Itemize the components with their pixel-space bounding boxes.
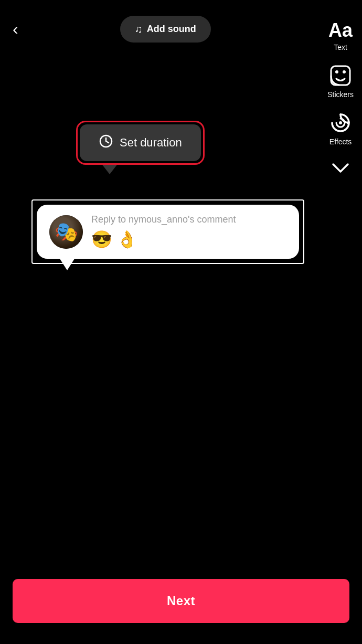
comment-bubble: Reply to nymous_anno's comment 😎 👌 <box>37 205 299 259</box>
text-label: Text <box>334 43 347 51</box>
stickers-label: Stickers <box>327 90 354 99</box>
effects-icon <box>329 111 352 134</box>
add-sound-label: Add sound <box>147 24 196 35</box>
music-icon: ♫ <box>135 23 143 35</box>
effects-tool[interactable]: Effects <box>329 111 352 146</box>
svg-point-3 <box>339 121 342 124</box>
header: ‹ ♫ Add sound <box>0 0 362 58</box>
clock-icon <box>99 134 113 152</box>
effects-label: Effects <box>329 138 352 146</box>
set-duration-label: Set duration <box>120 136 182 150</box>
comment-sticker-wrapper[interactable]: Reply to nymous_anno's comment 😎 👌 <box>31 199 304 264</box>
set-duration-button[interactable]: Set duration <box>80 124 201 161</box>
tooltip-triangle <box>102 165 117 174</box>
next-button[interactable]: Next <box>13 579 349 623</box>
text-tool[interactable]: Aa Text <box>328 21 353 51</box>
more-tools-button[interactable] <box>331 159 350 177</box>
add-sound-button[interactable]: ♫ Add sound <box>120 16 211 43</box>
right-tools: Aa Text Stickers Effects <box>327 21 354 177</box>
emoji-sunglasses: 😎 <box>91 229 112 249</box>
set-duration-wrapper: Set duration <box>76 121 205 174</box>
comment-reply-text: Reply to nymous_anno's comment <box>91 214 236 225</box>
back-button[interactable]: ‹ <box>13 19 18 39</box>
set-duration-highlight: Set duration <box>76 121 205 165</box>
svg-point-1 <box>335 70 338 73</box>
stickers-tool[interactable]: Stickers <box>327 64 354 99</box>
avatar <box>49 215 83 249</box>
stickers-icon <box>329 64 352 87</box>
comment-emojis: 😎 👌 <box>91 229 236 249</box>
avatar-image <box>49 215 83 249</box>
chevron-down-icon <box>331 161 350 177</box>
text-icon: Aa <box>328 21 353 40</box>
comment-content: Reply to nymous_anno's comment 😎 👌 <box>91 214 236 249</box>
svg-point-2 <box>343 70 346 73</box>
emoji-ok-hand: 👌 <box>116 229 137 249</box>
